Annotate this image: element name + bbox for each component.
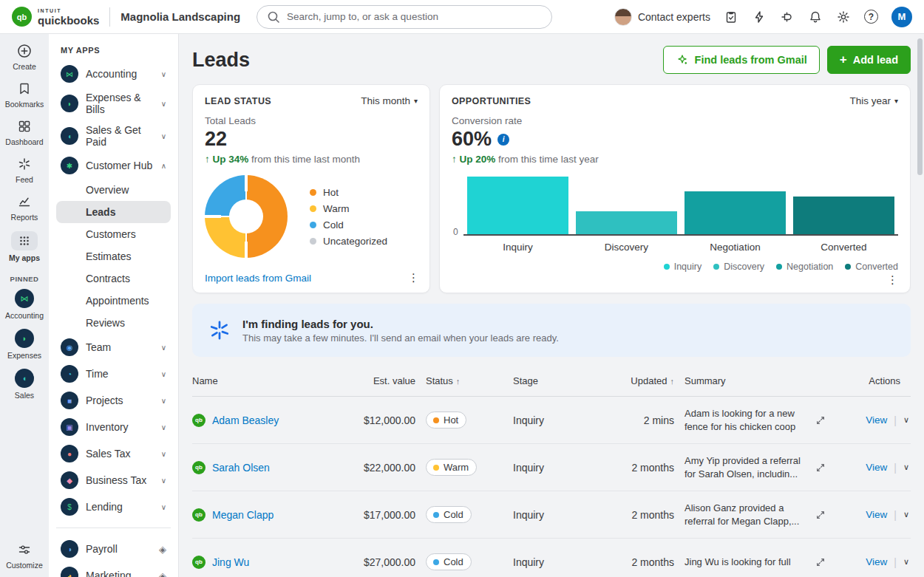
pinned-app[interactable]: ◗ Expenses bbox=[7, 329, 41, 360]
help-icon[interactable]: ? bbox=[864, 10, 878, 24]
expand-summary-icon[interactable] bbox=[815, 414, 840, 426]
tasks-clipboard-icon[interactable] bbox=[724, 10, 738, 24]
updated-cell: 2 mins bbox=[590, 414, 684, 426]
bar bbox=[467, 177, 568, 234]
app-row[interactable]: ⋈ Accounting ∨ bbox=[56, 61, 171, 87]
search-input[interactable] bbox=[287, 11, 543, 22]
app-row[interactable]: ■ Projects ∨ bbox=[56, 387, 171, 414]
quickbooks-logo[interactable]: qb INTUIT quickbooks bbox=[12, 7, 99, 27]
global-search[interactable] bbox=[257, 5, 552, 29]
user-avatar[interactable]: M bbox=[891, 7, 912, 27]
view-lead-link[interactable]: View bbox=[866, 556, 887, 567]
app-row[interactable]: ● Sales Tax ∨ bbox=[56, 440, 171, 467]
import-leads-from-gmail-link[interactable]: Import leads from Gmail bbox=[205, 273, 311, 284]
view-lead-link[interactable]: View bbox=[866, 462, 887, 473]
customer-hub-subitem[interactable]: Customers bbox=[56, 223, 171, 245]
view-lead-link[interactable]: View bbox=[866, 509, 887, 520]
rail-item-my-apps[interactable]: My apps bbox=[9, 231, 40, 262]
rail-item-reports[interactable]: Reports bbox=[11, 194, 38, 222]
row-chevron-down-icon[interactable]: ∨ bbox=[903, 415, 909, 425]
column-header-stage: Stage bbox=[513, 375, 590, 386]
pinned-app[interactable]: ◖ Sales bbox=[15, 369, 34, 400]
notifications-bell-icon[interactable] bbox=[808, 10, 823, 24]
lead-name-link[interactable]: Megan Clapp bbox=[212, 509, 274, 521]
legend-item: Uncategorized bbox=[310, 236, 387, 247]
rail-item-bookmarks[interactable]: Bookmarks bbox=[5, 81, 44, 109]
app-row[interactable]: ◗ Expenses & Bills ∨ bbox=[56, 87, 171, 120]
column-header-est-value: Est. value bbox=[349, 375, 426, 386]
qb-source-badge-icon: qb bbox=[192, 508, 205, 522]
pinned-app[interactable]: ⋈ Accounting bbox=[5, 289, 44, 320]
lead-name-link[interactable]: Sarah Olsen bbox=[212, 462, 270, 474]
app-icon: ⋈ bbox=[61, 65, 78, 83]
est-value-cell: $17,000.00 bbox=[349, 509, 426, 521]
customer-hub-subitem[interactable]: Contracts bbox=[56, 267, 171, 290]
view-lead-link[interactable]: View bbox=[866, 414, 887, 426]
updated-header-label: Updated bbox=[631, 375, 667, 386]
app-glyph: ◆ bbox=[67, 477, 72, 485]
sparkle-icon bbox=[676, 53, 689, 66]
app-row[interactable]: ▣ Inventory ∨ bbox=[56, 414, 171, 440]
chevron-down-icon: ∨ bbox=[161, 397, 166, 405]
premium-app-row[interactable]: ◑ Payroll ◈ bbox=[56, 536, 171, 562]
add-lead-button[interactable]: + Add lead bbox=[827, 46, 911, 74]
app-row[interactable]: ◖ Sales & Get Paid ∨ bbox=[56, 120, 171, 152]
customer-hub-subitem[interactable]: Overview bbox=[56, 179, 171, 201]
delta-value: Up 20% bbox=[460, 154, 496, 165]
rail-item-create[interactable]: Create bbox=[13, 43, 36, 71]
lead-status-period-dropdown[interactable]: This month ▾ bbox=[361, 95, 418, 106]
opportunities-title: OPPORTUNITIES bbox=[452, 96, 531, 106]
customer-hub-subitem[interactable]: Estimates bbox=[56, 245, 171, 267]
find-leads-from-gmail-button[interactable]: Find leads from Gmail bbox=[663, 46, 820, 74]
lead-name-link[interactable]: Jing Wu bbox=[212, 556, 249, 568]
app-shell: Create Bookmarks Dashboard Feed Reports … bbox=[0, 34, 924, 577]
column-header-actions: Actions bbox=[840, 375, 911, 386]
legend-label: Converted bbox=[855, 262, 898, 272]
my-apps-title: MY APPS bbox=[61, 46, 171, 55]
lead-name-link[interactable]: Adam Beasley bbox=[212, 414, 279, 426]
app-icon: ◉ bbox=[61, 338, 78, 356]
rail-item-customize[interactable]: Customize bbox=[6, 542, 43, 570]
customer-hub-subitem[interactable]: Appointments bbox=[56, 290, 171, 312]
app-label: Projects bbox=[86, 395, 123, 406]
settings-gear-icon[interactable] bbox=[836, 10, 851, 24]
app-icon: ◆ bbox=[61, 471, 78, 489]
quick-actions-bolt-icon[interactable] bbox=[752, 10, 767, 24]
app-row[interactable]: ◔ Time ∨ bbox=[56, 361, 171, 387]
lead-status-kebab-menu[interactable]: ⋮ bbox=[408, 271, 419, 284]
legend-item: Discovery bbox=[713, 262, 764, 272]
integrations-plug-icon[interactable] bbox=[780, 10, 795, 24]
contact-experts-button[interactable]: Contact experts bbox=[614, 8, 710, 26]
rail-item-feed[interactable]: Feed bbox=[16, 156, 33, 184]
row-chevron-down-icon[interactable]: ∨ bbox=[903, 510, 909, 519]
customer-hub-subitem[interactable]: Leads bbox=[56, 201, 171, 223]
app-row[interactable]: $ Lending ∨ bbox=[56, 494, 171, 520]
company-name[interactable]: Magnolia Landscaping bbox=[120, 10, 240, 23]
app-row[interactable]: ◆ Business Tax ∨ bbox=[56, 467, 171, 494]
column-header-status[interactable]: Status ↑ bbox=[426, 375, 513, 386]
actions-cell: View | ∨ bbox=[840, 509, 911, 521]
row-chevron-down-icon[interactable]: ∨ bbox=[903, 462, 909, 472]
rail-label-dashboard: Dashboard bbox=[5, 137, 43, 146]
expand-summary-icon[interactable] bbox=[815, 556, 840, 568]
customer-hub-subitem[interactable]: Reviews bbox=[56, 312, 171, 334]
row-chevron-down-icon[interactable]: ∨ bbox=[903, 557, 909, 567]
pinned-section-label: PINNED bbox=[10, 275, 39, 283]
opportunities-period-dropdown[interactable]: This year ▾ bbox=[849, 95, 898, 106]
status-dot bbox=[433, 559, 439, 565]
expand-summary-icon[interactable] bbox=[815, 462, 840, 474]
expand-summary-icon[interactable] bbox=[815, 509, 840, 521]
premium-app-row[interactable]: ◕ Marketing ◈ bbox=[56, 562, 171, 577]
app-row-customer-hub[interactable]: ✱ Customer Hub ∧ bbox=[56, 152, 171, 179]
reports-chart-icon bbox=[17, 194, 32, 209]
app-glyph: ◕ bbox=[67, 572, 72, 577]
y-axis-zero-label: 0 bbox=[453, 227, 458, 237]
lead-status-title: LEAD STATUS bbox=[205, 96, 271, 106]
column-header-updated[interactable]: Updated ↑ bbox=[590, 375, 684, 386]
scrollbar-thumb[interactable] bbox=[917, 38, 923, 175]
left-rail: Create Bookmarks Dashboard Feed Reports … bbox=[0, 34, 49, 577]
opportunities-kebab-menu[interactable]: ⋮ bbox=[887, 273, 898, 287]
app-row[interactable]: ◉ Team ∨ bbox=[56, 334, 171, 361]
rail-item-dashboard[interactable]: Dashboard bbox=[5, 118, 43, 146]
info-icon[interactable]: i bbox=[497, 134, 509, 146]
